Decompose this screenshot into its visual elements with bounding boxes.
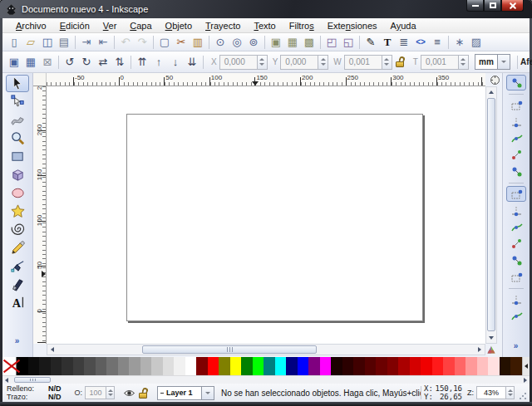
color-swatch[interactable] (264, 357, 275, 375)
clone-button[interactable]: ▦ (284, 35, 301, 50)
xml-editor-button[interactable]: <> (412, 35, 429, 50)
color-swatch[interactable] (410, 357, 421, 375)
menu-archivo[interactable]: Archivo (9, 19, 53, 32)
align-dialog-button[interactable]: ≡ (429, 35, 446, 50)
maximize-button[interactable] (484, 0, 501, 12)
vertical-scroll-thumb[interactable] (487, 98, 495, 331)
color-swatch[interactable] (365, 357, 377, 375)
pen-tool[interactable] (6, 257, 29, 275)
color-managed-display-toggle[interactable] (485, 344, 497, 355)
field-w-spinner[interactable] (382, 55, 392, 70)
color-swatch[interactable] (320, 357, 332, 375)
menu-objeto[interactable]: Objeto (159, 19, 199, 32)
field-x-spinner[interactable] (258, 55, 268, 70)
color-swatch[interactable] (353, 357, 365, 375)
zoom-spinner[interactable] (506, 386, 515, 399)
color-swatch[interactable] (466, 357, 477, 375)
menu-capa[interactable]: Capa (123, 19, 158, 32)
snap-bbox-button[interactable] (506, 97, 526, 113)
new-document-button[interactable]: ▯ (6, 35, 22, 50)
snap-nodes-button[interactable] (506, 186, 526, 202)
save-button[interactable]: ◫ (39, 35, 56, 50)
palette-scrollbar[interactable] (2, 375, 530, 384)
open-document-button[interactable]: ▱ (22, 35, 39, 50)
undo-button[interactable]: ↶ (117, 35, 134, 50)
snap-smooth-nodes-button[interactable] (506, 252, 526, 268)
horizontal-scrollbar[interactable] (47, 344, 485, 355)
scroll-down-button[interactable] (486, 333, 496, 343)
color-swatch[interactable] (196, 357, 208, 375)
raise-button[interactable]: ↑ (150, 55, 167, 70)
layers-dialog-button[interactable]: ≣ (396, 35, 412, 50)
menu-texto[interactable]: Texto (247, 19, 282, 32)
unit-dropdown-button[interactable] (498, 54, 510, 70)
color-swatch[interactable] (39, 357, 51, 375)
color-swatch[interactable] (118, 357, 130, 375)
color-swatch[interactable] (241, 357, 253, 375)
color-swatch[interactable] (185, 357, 197, 375)
text-dialog-button[interactable]: T (379, 35, 396, 50)
color-swatch[interactable] (443, 357, 455, 375)
zoom-page-button[interactable]: ⊚ (245, 35, 262, 50)
layer-visibility-eye-icon[interactable] (123, 389, 135, 398)
color-swatch[interactable] (129, 357, 140, 375)
color-swatch[interactable] (51, 357, 62, 375)
layer-lock-icon[interactable] (138, 388, 149, 399)
select-all-layers-button[interactable]: ▦ (22, 55, 39, 70)
color-swatch[interactable] (96, 357, 107, 375)
cut-button[interactable]: ✂ (173, 35, 190, 50)
field-y-input[interactable]: 0,000 (280, 55, 318, 70)
zoom-input[interactable]: 43% (476, 386, 506, 399)
color-swatch[interactable] (376, 357, 387, 375)
menu-trayecto[interactable]: Trayecto (199, 19, 247, 32)
ellipse-tool[interactable] (6, 184, 29, 202)
document-page[interactable] (126, 114, 423, 321)
select-all-button[interactable]: ▣ (6, 55, 22, 70)
menu-ayuda[interactable]: Ayuda (384, 19, 423, 32)
color-swatch[interactable] (387, 357, 399, 375)
flip-horizontal-button[interactable]: ⇄ (95, 55, 111, 70)
snap-bbox-edges-button[interactable] (506, 114, 526, 130)
menu-ver[interactable]: Ver (96, 19, 124, 32)
spiral-tool[interactable] (6, 221, 29, 238)
selector-tool[interactable] (6, 75, 29, 92)
horizontal-ruler[interactable]: -50050100150200250300350 (47, 73, 485, 86)
snap-midpoints-button[interactable] (506, 269, 526, 285)
color-swatch[interactable] (298, 357, 309, 375)
color-swatch[interactable] (477, 357, 489, 375)
scroll-left-button[interactable] (47, 345, 57, 355)
snap-path-intersections-button[interactable] (506, 219, 526, 235)
close-button[interactable] (501, 0, 524, 12)
zoom-tool[interactable] (6, 130, 29, 147)
snap-rotation-centers-button[interactable] (506, 308, 526, 324)
palette-scroll-right-button[interactable] (521, 376, 530, 384)
snapbar-overflow-chevron[interactable]: » (514, 341, 520, 350)
field-t-input[interactable]: 0,001 (421, 55, 459, 70)
field-w-input[interactable]: 0,001 (344, 55, 382, 70)
color-swatch[interactable] (174, 357, 185, 375)
title-bar[interactable]: Documento nuevo 4 - Inkscape (0, 0, 532, 18)
palette-more-button[interactable] (523, 357, 530, 375)
star-tool[interactable] (6, 203, 29, 220)
aspect-lock-icon[interactable] (395, 56, 406, 67)
snap-cusp-nodes-button[interactable] (506, 236, 526, 252)
print-button[interactable]: ▤ (56, 35, 72, 50)
color-swatch[interactable] (488, 357, 500, 375)
rectangle-tool[interactable] (6, 148, 29, 165)
snap-object-centers-button[interactable] (506, 291, 526, 307)
duplicate-button[interactable]: ▣ (268, 35, 284, 50)
snap-bbox-corners-button[interactable] (506, 130, 526, 146)
ungroup-button[interactable]: ◱ (340, 35, 357, 50)
rotate-cw-button[interactable]: ↻ (78, 55, 95, 70)
color-swatch[interactable] (253, 357, 264, 375)
zoom-drawing-button[interactable]: ◎ (229, 35, 245, 50)
vertical-ruler[interactable]: 250200150100500 (33, 86, 47, 344)
layer-selector[interactable]: Layer 1 (157, 386, 214, 400)
color-swatch[interactable] (455, 357, 466, 375)
snap-enable-button[interactable] (506, 75, 526, 90)
deselect-button[interactable]: ⊠ (39, 55, 56, 70)
group-button[interactable]: ◰ (323, 35, 340, 50)
menu-filtros[interactable]: Filtros (283, 19, 321, 32)
node-tool[interactable] (6, 93, 29, 110)
pencil-tool[interactable] (6, 239, 29, 257)
